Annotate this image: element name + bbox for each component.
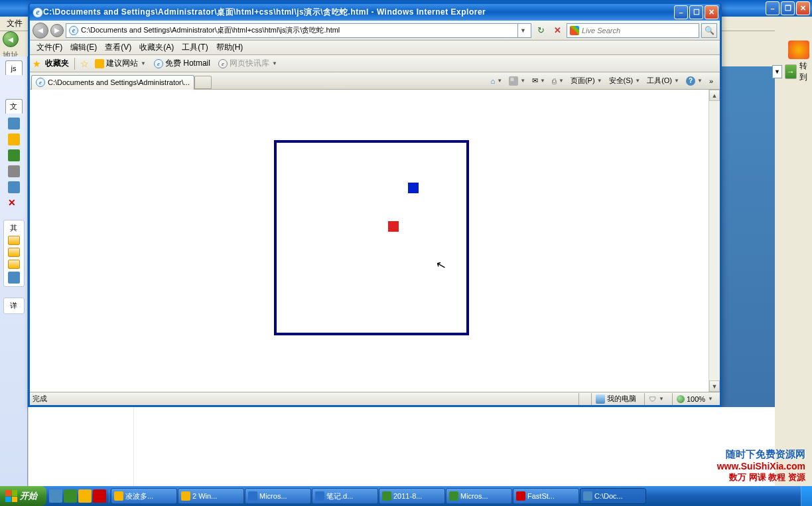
folder-icon[interactable] [8,236,20,245]
search-provider-icon [570,26,579,35]
scroll-down-button[interactable]: ▼ [709,380,720,392]
status-protected-pane: 🛡▼ [644,393,668,405]
taskbar-button[interactable]: 凌波多... [111,488,177,504]
back-button[interactable]: ◄ [33,23,48,39]
page-content: ↖ ▲ ▼ [30,90,720,392]
menu-edit[interactable]: 编辑(E) [66,41,101,54]
taskbar-button[interactable]: Micros... [245,488,311,504]
expand-chevron[interactable]: » [707,76,716,86]
outer-goto-label: 转到 [799,60,812,83]
scroll-up-button[interactable]: ▲ [709,90,720,101]
tools-menu[interactable]: 工具(O)▼ [644,74,682,87]
folder-icon[interactable] [8,248,20,257]
outer-minimize-button[interactable]: – [766,1,779,15]
sidebar-icon-5[interactable] [8,181,20,193]
sidebar-icon-2[interactable] [8,133,20,145]
address-bar[interactable]: e C:\Documents and Settings\Administrato… [66,23,531,38]
taskbar-button[interactable]: C:\Doc... [580,488,646,504]
taskbtn-label: C:\Doc... [594,492,623,500]
zoom-value: 100% [687,395,705,403]
taskbtn-icon [449,491,458,501]
left-sidebar: js 文 ✕ 其 详 [0,56,28,487]
safety-menu[interactable]: 安全(S)▼ [606,74,643,87]
sidebar-icon-3[interactable] [8,149,20,161]
refresh-button[interactable]: ↻ [533,23,548,38]
search-input[interactable] [582,27,696,35]
close-button[interactable]: ✕ [705,5,718,19]
address-value: C:\Documents and Settings\Administrator\… [81,25,517,35]
gallery-icon: e [218,59,228,68]
ql-icon-2[interactable] [64,489,77,503]
feeds-button[interactable]: ▼ [506,75,528,87]
readmail-button[interactable]: ✉▼ [529,75,548,86]
folder-icon[interactable] [8,260,20,269]
menu-view[interactable]: 查看(V) [101,41,135,54]
outer-close-button[interactable]: ✕ [796,1,810,15]
scroll-track[interactable] [709,101,720,380]
system-tray[interactable] [801,486,812,506]
sidebar-tab-js[interactable]: js [5,60,23,75]
outer-addr-dropdown[interactable]: ▼ [772,65,782,78]
outer-menu-file[interactable]: 文件 [3,17,27,31]
taskbar-button[interactable]: 笔记.d... [312,488,378,504]
add-favorite-icon[interactable]: ☆ [80,58,89,69]
chevron-right-icon: » [709,77,713,85]
outer-go-button[interactable]: → [785,64,797,79]
help-button[interactable]: ?▼ [683,75,705,87]
status-progress-pane [578,393,587,405]
start-button[interactable]: 开始 [0,486,46,506]
snake-game-board[interactable] [274,140,469,335]
taskbtn-icon [382,491,391,501]
sidebar-group-details: 详 [3,297,25,314]
zone-label: 我的电脑 [607,394,636,404]
zoom-icon [677,395,685,403]
sidebar-icon-6[interactable] [8,272,20,284]
nav-toolbar: ◄ ► e C:\Documents and Settings\Administ… [30,21,720,41]
taskbar-button[interactable]: Micros... [446,488,512,504]
page-icon: e [69,26,78,35]
sidebar-tab-file[interactable]: 文 [5,99,23,114]
menu-favorites[interactable]: 收藏夹(A) [135,41,178,54]
taskbtn-icon [114,491,123,501]
menu-help[interactable]: 帮助(H) [212,41,247,54]
favlink-suggest[interactable]: 建议网站 ▼ [93,56,148,70]
maximize-button[interactable]: ☐ [689,5,703,19]
titlebar[interactable]: e C:\Documents and Settings\Administrato… [30,4,720,21]
zoom-control[interactable]: 100% ▼ [672,393,717,405]
sidebar-icon-4[interactable] [8,165,20,177]
taskbar-button[interactable]: 2011-8... [379,488,445,504]
browser-tab[interactable]: e C:\Documents and Settings\Administrato… [31,75,194,90]
outer-restore-button[interactable]: ❐ [781,1,795,15]
home-button[interactable]: ⌂▼ [488,76,506,86]
taskbar-button[interactable]: 2 Win... [178,488,244,504]
menu-file[interactable]: 文件(F) [33,41,66,54]
vertical-scrollbar[interactable]: ▲ ▼ [709,90,720,392]
favorites-star-icon[interactable]: ★ [33,58,41,69]
forward-button[interactable]: ► [50,24,64,37]
favlink-gallery[interactable]: e 网页快讯库 ▼ [216,56,279,70]
tab-bar: e C:\Documents and Settings\Administrato… [30,72,720,90]
menu-tools[interactable]: 工具(T) [178,41,212,54]
ql-icon-1[interactable] [49,489,62,503]
sidebar-delete-icon[interactable]: ✕ [8,197,20,209]
search-button[interactable]: 🔍 [701,23,717,38]
outer-page-content [28,407,775,486]
favlink-hotmail[interactable]: e 免费 Hotmail [152,56,212,70]
menubar: 文件(F) 编辑(E) 查看(V) 收藏夹(A) 工具(T) 帮助(H) [30,41,720,55]
minimize-button[interactable]: – [674,5,688,19]
taskbar-button[interactable]: FastSt... [513,488,579,504]
taskbtn-label: 凌波多... [125,491,153,501]
address-dropdown[interactable]: ▼ [517,24,528,37]
mail-icon: ✉ [532,76,538,85]
stop-button[interactable]: ✕ [550,23,565,38]
new-tab-button[interactable] [194,76,212,89]
print-button[interactable]: ⎙▼ [549,76,567,86]
search-box[interactable] [567,23,699,38]
outer-back-button[interactable]: ◄ [3,31,19,47]
ql-icon-3[interactable] [78,489,92,503]
command-bar: ⌂▼ ▼ ✉▼ ⎙▼ 页面(P)▼ 安全(S)▼ 工具(O)▼ ?▼ » [488,74,718,87]
sidebar-icon-1[interactable] [8,118,20,129]
outer-app-logo [788,41,809,59]
page-menu[interactable]: 页面(P)▼ [568,74,605,87]
ql-icon-4[interactable] [93,489,106,503]
